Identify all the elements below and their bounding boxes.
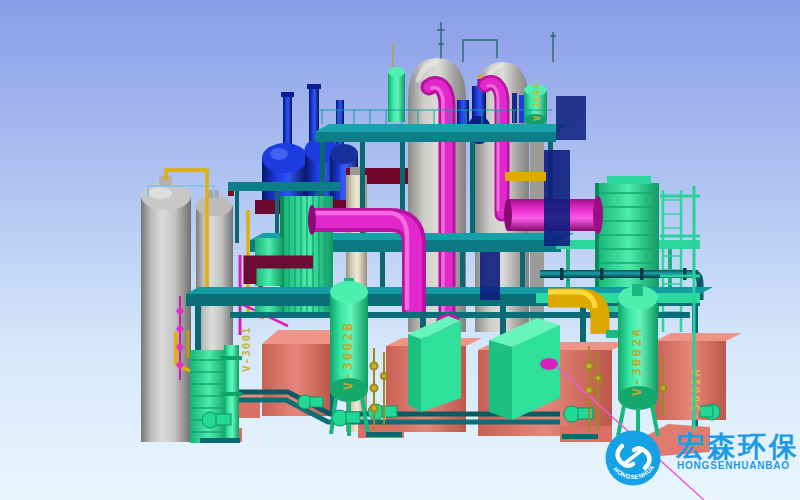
magenta-pump-2 <box>540 358 558 370</box>
vessel-v3004: V-3004 <box>524 82 547 126</box>
center-vessel-label: V-3002B <box>340 321 355 390</box>
right-vessel-label: V-3002A <box>629 327 644 396</box>
plate-stack-left-low <box>190 345 242 443</box>
logo-name-en: HONGSENHUANBAO <box>677 460 790 471</box>
logo-name-cn: 宏森环保 <box>675 431 800 462</box>
cad-render-viewport: V-3004 <box>0 0 800 500</box>
storage-tank-left-a <box>141 176 191 442</box>
right-foundation-label: -3002A <box>689 368 703 420</box>
plant-3d-scene: V-3004 <box>0 0 800 500</box>
tank-area-label: V-3001 <box>240 326 253 372</box>
top-vessel-label: V-3004 <box>532 82 542 121</box>
